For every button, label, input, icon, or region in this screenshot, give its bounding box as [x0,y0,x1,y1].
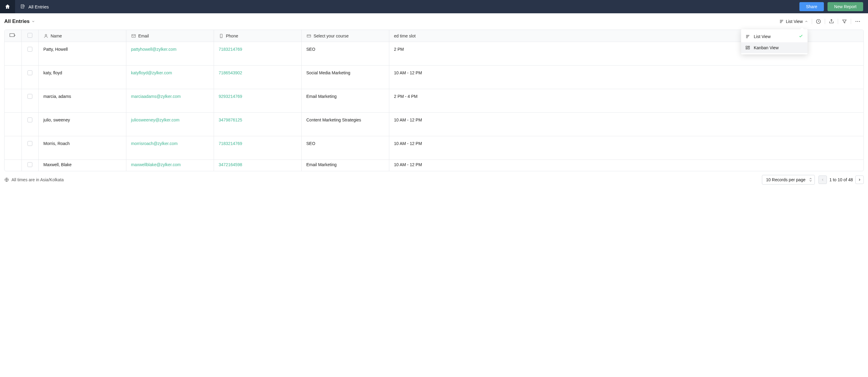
new-report-button[interactable]: New Report [828,2,863,11]
cell-email: marciaadams@zylker.com [126,89,214,113]
chevron-down-icon [31,20,35,23]
view-option-kanban[interactable]: Kanban View [741,42,808,53]
table-row[interactable]: Maxwell, Blake maxwellblake@zylker.com 3… [4,160,864,171]
row-checkbox[interactable] [28,162,32,167]
table-row[interactable]: Morris, Roach morrisroach@zylker.com 718… [4,136,864,160]
cell-name: Patty, Howell [38,42,126,66]
chevron-right-icon [858,178,861,182]
cell-checkbox [22,42,38,66]
cell-course: SEO [301,136,389,160]
row-checkbox[interactable] [28,118,32,122]
column-header-email[interactable]: Email [126,30,214,42]
svg-rect-5 [746,46,747,48]
view-dropdown: List View Kanban View [741,29,808,54]
kanban-icon [745,45,750,50]
page-info: 1 to 10 of 48 [829,177,853,182]
email-link[interactable]: juliosweeney@zylker.com [131,118,180,122]
next-page-button[interactable] [855,176,864,184]
cell-phone: 7183214769 [214,136,301,160]
column-header-phone[interactable]: Phone [214,30,301,42]
cell-phone: 7183214769 [214,42,301,66]
timezone-info: All times are in Asia/Kolkata [4,177,64,182]
table-row[interactable]: katy, floyd katyfloyd@zylker.com 7186543… [4,66,864,89]
view-option-label: List View [754,34,771,39]
cell-phone: 3479876125 [214,113,301,136]
svg-rect-7 [746,48,747,49]
view-option-label: Kanban View [754,45,779,50]
cell-email: katyfloyd@zylker.com [126,66,214,89]
list-icon [745,34,750,39]
column-label: Name [51,34,62,38]
row-checkbox[interactable] [28,47,32,52]
email-link[interactable]: maxwellblake@zylker.com [131,162,181,167]
table-row[interactable]: marcia, adams marciaadams@zylker.com 929… [4,89,864,113]
entries-dropdown[interactable]: All Entries [4,19,35,25]
cell-email: pattyhowell@zylker.com [126,42,214,66]
cell-timeslot: 10 AM - 12 PM [389,160,864,171]
row-checkbox[interactable] [28,94,32,99]
cell-expand [4,66,22,89]
row-checkbox[interactable] [28,70,32,75]
entries-icon [18,4,27,9]
cell-timeslot: 2 PM - 4 PM [389,89,864,113]
cell-checkbox [22,89,38,113]
cell-email: juliosweeney@zylker.com [126,113,214,136]
column-expand[interactable] [4,30,22,42]
filter-button[interactable] [839,17,850,26]
phone-link[interactable]: 7183214769 [219,141,242,146]
history-button[interactable] [813,17,824,26]
table-row[interactable]: julio, sweeney juliosweeney@zylker.com 3… [4,113,864,136]
cell-course: Email Marketing [301,89,389,113]
home-button[interactable] [0,0,15,13]
timezone-label: All times are in Asia/Kolkata [11,177,64,182]
email-link[interactable]: pattyhowell@zylker.com [131,47,177,52]
data-table: Name Email Phone [4,30,864,171]
svg-rect-11 [132,34,135,37]
select-chevrons-icon [809,178,812,182]
column-label: Email [138,34,149,38]
list-icon [779,19,784,24]
subbar: All Entries List View [0,13,868,30]
topbar: All Entries Share New Report [0,0,868,13]
email-link[interactable]: marciaadams@zylker.com [131,94,181,99]
person-icon [43,34,49,38]
per-page-label: 10 Records per page [766,177,805,182]
table-row[interactable]: Patty, Howell pattyhowell@zylker.com 718… [4,42,864,66]
share-button[interactable]: Share [799,2,824,11]
filter-icon [842,19,847,24]
more-button[interactable] [852,17,864,26]
clock-icon [816,19,821,24]
cell-phone: 7186543902 [214,66,301,89]
column-label: ed time slot [394,34,416,38]
phone-link[interactable]: 3472164598 [219,162,242,167]
cell-phone: 3472164598 [214,160,301,171]
topbar-title: All Entries [28,4,49,9]
cell-course: Social Media Marketing [301,66,389,89]
column-header-course[interactable]: Select your course [301,30,389,42]
column-header-name[interactable]: Name [38,30,126,42]
phone-link[interactable]: 9293214769 [219,94,242,99]
row-checkbox[interactable] [28,141,32,146]
email-link[interactable]: katyfloyd@zylker.com [131,70,172,75]
checkbox-all[interactable] [28,33,32,38]
phone-link[interactable]: 7186543902 [219,70,242,75]
view-option-list[interactable]: List View [741,31,808,42]
pagination: 1 to 10 of 48 [818,176,864,184]
view-switcher-label: List View [786,19,803,24]
svg-rect-9 [10,34,14,36]
export-button[interactable] [826,17,837,26]
check-icon [799,34,803,39]
cell-checkbox [22,113,38,136]
footer: All times are in Asia/Kolkata 10 Records… [0,171,868,188]
cell-expand [4,160,22,171]
phone-link[interactable]: 3479876125 [219,118,242,122]
mail-icon [131,34,136,38]
cell-course: SEO [301,42,389,66]
phone-link[interactable]: 7183214769 [219,47,242,52]
email-link[interactable]: morrisroach@zylker.com [131,141,178,146]
per-page-select[interactable]: 10 Records per page [762,175,815,185]
view-switcher[interactable]: List View [776,17,811,26]
chevron-left-icon [821,178,825,182]
globe-icon [4,177,9,182]
prev-page-button[interactable] [818,176,827,184]
